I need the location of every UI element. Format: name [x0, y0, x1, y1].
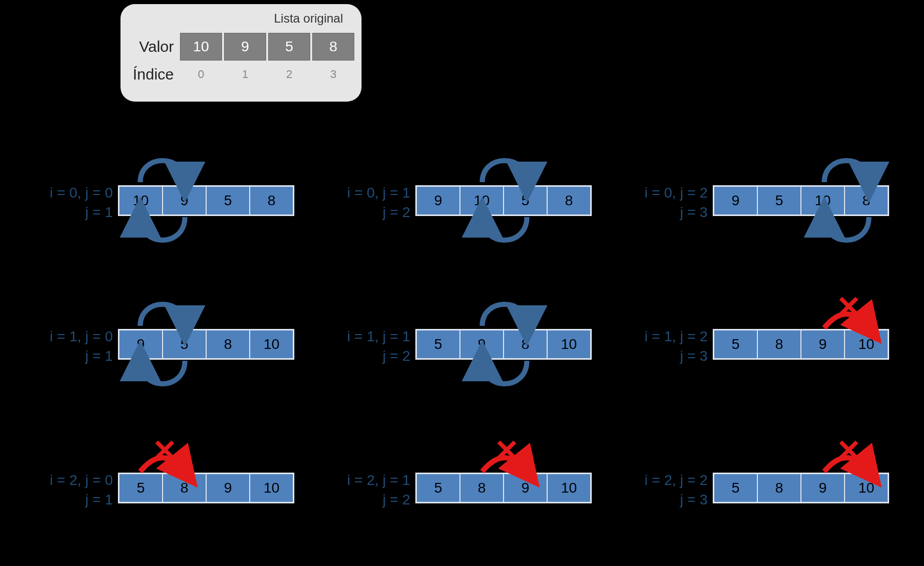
step-panel: i = 1, j = 1j = 259810: [318, 285, 610, 418]
no-swap-cross-icon: ✕: [494, 436, 519, 465]
loop-indices-label: i = 0, j = 1j = 2: [318, 183, 410, 222]
loop-j-next-label: j = 2: [318, 490, 410, 510]
array-cell: 9: [163, 186, 206, 215]
array-cell: 10: [250, 330, 293, 359]
array-cell: 10: [250, 474, 293, 502]
original-index-row: Índice 0 1 2 3: [130, 66, 354, 83]
loop-i-j-label: i = 1, j = 0: [21, 327, 113, 346]
array-cell: 8: [757, 330, 801, 359]
array-cell: 9: [801, 330, 845, 359]
step-panel: i = 0, j = 2j = 395108: [615, 141, 908, 275]
array-cell: 5: [416, 474, 460, 502]
original-index: 2: [268, 68, 310, 81]
array-cell: 10: [460, 186, 504, 215]
array-cell: 5: [163, 330, 206, 359]
no-swap-cross-icon: ✕: [152, 436, 177, 465]
array-cell: 10: [845, 474, 888, 502]
step-panel: i = 2, j = 0j = 158910✕: [21, 428, 313, 562]
array-cell: 8: [250, 186, 293, 215]
loop-i-j-label: i = 0, j = 0: [21, 183, 113, 203]
original-indices: 0 1 2 3: [180, 68, 354, 81]
loop-indices-label: i = 0, j = 2j = 3: [615, 183, 708, 222]
indice-label: Índice: [130, 66, 174, 83]
step-panel: i = 2, j = 1j = 258910✕: [318, 428, 610, 562]
array-row: 91058: [415, 185, 592, 216]
original-value-row: Valor 10 9 5 8: [130, 33, 354, 61]
array-cell: 8: [460, 474, 504, 502]
loop-i-j-label: i = 1, j = 1: [318, 327, 410, 346]
array-cell: 5: [206, 186, 250, 215]
loop-indices-label: i = 2, j = 0j = 1: [21, 471, 113, 510]
no-swap-cross-icon: ✕: [836, 436, 861, 465]
original-cell: 8: [312, 33, 354, 61]
loop-j-next-label: j = 2: [318, 203, 410, 222]
original-index: 0: [180, 68, 222, 81]
loop-indices-label: i = 2, j = 1j = 2: [318, 471, 410, 510]
loop-j-next-label: j = 1: [21, 203, 113, 222]
loop-j-next-label: j = 3: [615, 203, 708, 222]
array-row: 58910: [415, 473, 592, 503]
array-cell: 9: [714, 186, 757, 215]
array-cell: 8: [845, 186, 888, 215]
loop-indices-label: i = 1, j = 0j = 1: [21, 327, 113, 366]
array-cell: 9: [416, 186, 460, 215]
array-cell: 9: [460, 330, 504, 359]
array-cell: 10: [119, 186, 163, 215]
array-cell: 5: [119, 474, 163, 502]
original-cell: 5: [268, 33, 310, 61]
original-list-card: Lista original Valor 10 9 5 8 Índice 0 1…: [120, 4, 361, 102]
loop-indices-label: i = 2, j = 2j = 3: [615, 471, 708, 510]
loop-j-next-label: j = 1: [21, 346, 113, 366]
loop-j-next-label: j = 3: [615, 490, 708, 510]
array-cell: 8: [163, 474, 206, 502]
original-cell: 10: [180, 33, 222, 61]
array-cell: 5: [757, 186, 801, 215]
step-panel: i = 0, j = 1j = 291058: [318, 141, 610, 275]
loop-i-j-label: i = 2, j = 1: [318, 471, 410, 490]
array-cell: 9: [206, 474, 250, 502]
valor-label: Valor: [130, 38, 174, 55]
loop-i-j-label: i = 2, j = 2: [615, 471, 708, 490]
original-index: 1: [224, 68, 266, 81]
array-row: 58910: [713, 329, 889, 360]
array-cell: 10: [845, 330, 888, 359]
array-cell: 5: [714, 330, 757, 359]
array-row: 58910: [713, 473, 889, 503]
array-row: 10958: [118, 185, 294, 216]
array-cell: 8: [757, 474, 801, 502]
loop-indices-label: i = 1, j = 1j = 2: [318, 327, 410, 366]
array-cell: 10: [547, 474, 591, 502]
step-panel: i = 1, j = 2j = 358910✕: [615, 285, 908, 418]
loop-indices-label: i = 0, j = 0j = 1: [21, 183, 113, 222]
array-row: 95810: [118, 329, 294, 360]
array-cell: 8: [504, 330, 547, 359]
loop-i-j-label: i = 0, j = 1: [318, 183, 410, 203]
array-row: 95108: [713, 185, 889, 216]
array-cell: 5: [714, 474, 757, 502]
step-panel: i = 2, j = 2j = 358910✕: [615, 428, 908, 562]
array-row: 58910: [118, 473, 294, 503]
loop-indices-label: i = 1, j = 2j = 3: [615, 327, 708, 366]
array-cell: 8: [547, 186, 591, 215]
loop-i-j-label: i = 1, j = 2: [615, 327, 708, 346]
loop-j-next-label: j = 3: [615, 346, 708, 366]
step-panel: i = 1, j = 0j = 195810: [21, 285, 313, 418]
loop-j-next-label: j = 2: [318, 346, 410, 366]
loop-j-next-label: j = 1: [21, 490, 113, 510]
no-swap-cross-icon: ✕: [836, 292, 861, 322]
loop-i-j-label: i = 2, j = 0: [21, 471, 113, 490]
step-panel: i = 0, j = 0j = 110958: [21, 141, 313, 275]
original-boxes: 10 9 5 8: [180, 33, 354, 61]
array-row: 59810: [415, 329, 592, 360]
loop-i-j-label: i = 0, j = 2: [615, 183, 708, 203]
original-title: Lista original: [274, 11, 343, 26]
array-cell: 9: [504, 474, 547, 502]
array-cell: 5: [416, 330, 460, 359]
original-index: 3: [312, 68, 354, 81]
array-cell: 10: [801, 186, 845, 215]
array-cell: 9: [801, 474, 845, 502]
original-cell: 9: [224, 33, 266, 61]
array-cell: 8: [206, 330, 250, 359]
array-cell: 9: [119, 330, 163, 359]
array-cell: 10: [547, 330, 591, 359]
